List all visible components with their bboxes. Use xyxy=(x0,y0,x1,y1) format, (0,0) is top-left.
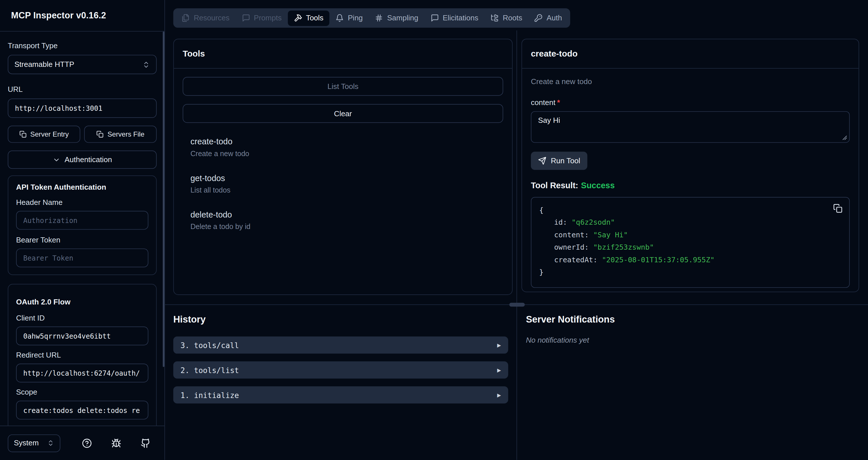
history-entry-label: 3. tools/call xyxy=(181,341,239,350)
tab-label: Roots xyxy=(503,14,522,22)
history-entry[interactable]: 1. initialize ▶ xyxy=(174,386,508,403)
tab-label: Sampling xyxy=(387,14,418,22)
param-label-row: content* xyxy=(531,98,849,107)
api-token-auth-card: API Token Authentication Header Name Bea… xyxy=(8,175,157,275)
expand-arrow-icon: ▶ xyxy=(497,342,501,348)
tool-detail-header: create-todo xyxy=(522,39,859,69)
redirect-url-input[interactable] xyxy=(16,364,148,383)
transport-type-label: Transport Type xyxy=(8,42,157,51)
json-value: "2025-08-01T15:37:05.955Z" xyxy=(602,255,714,264)
send-icon xyxy=(538,157,547,165)
tab-prompts[interactable]: Prompts xyxy=(236,10,288,26)
json-field: content:"Say Hi" xyxy=(539,229,841,241)
run-tool-button[interactable]: Run Tool xyxy=(531,152,587,170)
clear-tools-button[interactable]: Clear xyxy=(183,104,503,123)
json-field: ownerId:"bzif253zswnb" xyxy=(539,241,841,254)
tool-name: delete-todo xyxy=(190,210,503,220)
bearer-token-label: Bearer Token xyxy=(16,236,148,245)
notifications-empty-message: No notifications yet xyxy=(526,336,589,344)
tab-auth[interactable]: Auth xyxy=(528,10,568,26)
transport-type-select[interactable]: Streamable HTTP xyxy=(8,55,157,74)
tools-panel-header: Tools xyxy=(174,39,512,69)
tab-elicitations[interactable]: Elicitations xyxy=(424,10,484,26)
expand-arrow-icon: ▶ xyxy=(497,392,501,397)
history-list: 3. tools/call ▶ 2. tools/list ▶ 1. initi… xyxy=(174,337,508,403)
api-token-auth-title: API Token Authentication xyxy=(16,183,148,192)
tool-result-line: Tool Result:Success xyxy=(531,180,849,190)
bearer-token-input[interactable] xyxy=(16,249,148,267)
servers-file-label: Servers File xyxy=(107,130,144,138)
url-input[interactable] xyxy=(8,98,157,118)
tools-panel-title: Tools xyxy=(183,48,503,59)
json-close-brace: } xyxy=(539,266,841,278)
sidebar: MCP Inspector v0.16.2 Transport Type Str… xyxy=(0,0,165,460)
server-entry-button[interactable]: Server Entry xyxy=(8,126,81,143)
help-circle-icon xyxy=(82,438,92,448)
tab-resources[interactable]: Resources xyxy=(175,10,236,26)
tool-list-item[interactable]: create-todo Create a new todo xyxy=(190,137,503,158)
tab-tools[interactable]: Tools xyxy=(288,10,330,26)
copy-icon xyxy=(96,131,104,138)
tab-label: Tools xyxy=(306,14,323,22)
param-input-wrap: Say Hi xyxy=(531,111,849,143)
tool-detail-body: Create a new todo content* Say Hi Run To… xyxy=(522,69,859,296)
app-root: MCP Inspector v0.16.2 Transport Type Str… xyxy=(0,0,868,460)
tool-description: Create a new todo xyxy=(190,150,503,158)
oauth-flow-card: OAuth 2.0 Flow Client ID Redirect URL Sc… xyxy=(8,284,157,426)
server-notifications-title: Server Notifications xyxy=(526,314,615,325)
theme-select[interactable]: System xyxy=(8,434,60,452)
tool-detail-title: create-todo xyxy=(531,48,849,59)
authentication-toggle-label: Authentication xyxy=(65,156,112,164)
splitter-drag-handle[interactable] xyxy=(509,303,525,307)
chevrons-up-down-icon xyxy=(47,439,54,447)
json-value: "bzif253zswnb" xyxy=(593,243,654,251)
tab-label: Auth xyxy=(547,14,562,22)
authentication-toggle[interactable]: Authentication xyxy=(8,151,157,169)
message-square-icon xyxy=(242,14,250,22)
client-id-input[interactable] xyxy=(16,327,148,346)
tool-name: get-todos xyxy=(190,173,503,184)
expand-arrow-icon: ▶ xyxy=(497,367,501,373)
tool-detail-panel: create-todo Create a new todo content* S… xyxy=(522,39,859,292)
list-tools-button[interactable]: List Tools xyxy=(183,77,503,96)
copy-result-button[interactable] xyxy=(833,204,842,213)
server-entry-label: Server Entry xyxy=(30,130,69,138)
pane-vertical-divider[interactable] xyxy=(516,30,517,460)
json-field: id:"q6z2sodn" xyxy=(539,217,841,229)
url-label: URL xyxy=(8,85,157,94)
tools-list: create-todo Create a new todo get-todos … xyxy=(183,137,503,231)
tool-list-item[interactable]: delete-todo Delete a todo by id xyxy=(190,210,503,231)
message-square-icon xyxy=(431,14,439,22)
json-key: content: xyxy=(554,231,589,239)
folder-tree-icon xyxy=(491,14,499,22)
param-content-textarea[interactable]: Say Hi xyxy=(531,112,849,142)
bell-icon xyxy=(336,14,344,22)
sidebar-scrollbar[interactable] xyxy=(163,32,164,367)
required-marker: * xyxy=(557,98,560,107)
json-value: "Say Hi" xyxy=(593,231,628,239)
tab-sampling[interactable]: Sampling xyxy=(369,10,424,26)
main-area: Resources Prompts Tools Ping Sampling El… xyxy=(165,0,868,460)
header-name-input[interactable] xyxy=(16,211,148,230)
history-title: History xyxy=(174,314,206,325)
tab-ping[interactable]: Ping xyxy=(330,10,369,26)
bug-button[interactable] xyxy=(112,438,121,448)
hammer-icon xyxy=(294,14,302,22)
tab-bar: Resources Prompts Tools Ping Sampling El… xyxy=(174,8,570,28)
scope-input[interactable] xyxy=(16,401,148,420)
json-open-brace: { xyxy=(539,204,841,217)
tool-description: Delete a todo by id xyxy=(190,222,503,231)
github-button[interactable] xyxy=(141,438,151,448)
history-entry[interactable]: 3. tools/call ▶ xyxy=(174,337,508,354)
param-label: content xyxy=(531,98,555,107)
servers-file-button[interactable]: Servers File xyxy=(84,126,157,143)
theme-select-value: System xyxy=(14,439,39,447)
files-icon xyxy=(182,14,190,22)
sidebar-header: MCP Inspector v0.16.2 xyxy=(0,0,164,32)
history-entry-label: 2. tools/list xyxy=(181,366,239,374)
bug-icon xyxy=(112,438,121,448)
tab-roots[interactable]: Roots xyxy=(485,10,528,26)
tool-list-item[interactable]: get-todos List all todos xyxy=(190,173,503,195)
history-entry[interactable]: 2. tools/list ▶ xyxy=(174,361,508,379)
help-button[interactable] xyxy=(82,438,92,448)
